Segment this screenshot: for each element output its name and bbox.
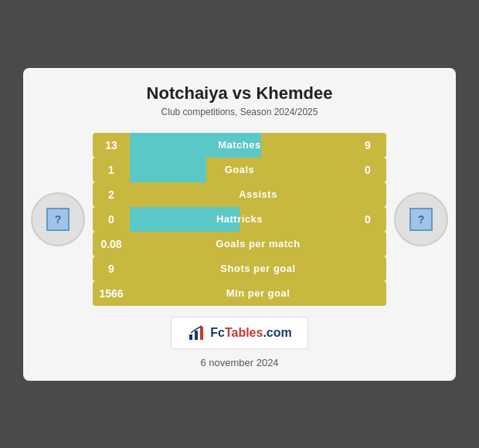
stat-label-goals-per-match: Goals per match: [130, 232, 386, 256]
stat-row-hattricks: 0Hattricks0: [93, 207, 386, 232]
logo-section: FcTables.com: [39, 317, 440, 349]
stat-label-assists: Assists: [130, 182, 386, 207]
page-title: Notchaiya vs Khemdee: [39, 83, 440, 104]
stat-left-hattricks: 0: [93, 207, 130, 232]
stat-label-hattricks: Hattricks: [130, 207, 349, 232]
stat-right-goals: 0: [349, 158, 386, 182]
stat-left-assists: 2: [93, 182, 130, 207]
stat-row-goals: 1Goals0: [93, 158, 386, 182]
stat-row-matches: 13Matches9: [93, 133, 386, 158]
left-avatar-placeholder: ?: [46, 208, 70, 231]
page-subtitle: Club competitions, Season 2024/2025: [39, 107, 440, 117]
stat-label-goals: Goals: [130, 158, 349, 182]
stat-row-shots-per-goal: 9Shots per goal: [93, 256, 386, 281]
stat-label-matches: Matches: [130, 133, 349, 158]
svg-rect-0: [189, 334, 192, 340]
stat-left-shots-per-goal: 9: [93, 256, 130, 281]
stat-left-goals: 1: [93, 158, 130, 182]
comparison-card: Notchaiya vs Khemdee Club competitions, …: [23, 68, 456, 381]
svg-rect-1: [195, 331, 198, 340]
stat-label-min-per-goal: Min per goal: [130, 281, 386, 306]
logo-box: FcTables.com: [171, 317, 308, 349]
stat-row-goals-per-match: 0.08Goals per match: [93, 232, 386, 256]
stat-left-matches: 13: [93, 133, 130, 158]
stats-section: ? ? 13Matches91Goals02Assists0Hattricks0…: [39, 133, 440, 306]
right-avatar: ?: [394, 192, 448, 246]
stat-row-min-per-goal: 1566Min per goal: [93, 281, 386, 306]
stat-row-assists: 2Assists: [93, 182, 386, 207]
right-avatar-placeholder: ?: [409, 208, 433, 231]
date-footer: 6 november 2024: [39, 357, 440, 368]
stat-right-hattricks: 0: [349, 207, 386, 232]
logo-text: FcTables.com: [210, 326, 292, 340]
stat-label-shots-per-goal: Shots per goal: [130, 256, 386, 281]
left-avatar: ?: [31, 192, 85, 246]
fctables-logo-icon: [187, 324, 206, 342]
svg-rect-2: [200, 327, 203, 340]
stat-left-min-per-goal: 1566: [93, 281, 130, 306]
stat-right-matches: 9: [349, 133, 386, 158]
stat-left-goals-per-match: 0.08: [93, 232, 130, 256]
